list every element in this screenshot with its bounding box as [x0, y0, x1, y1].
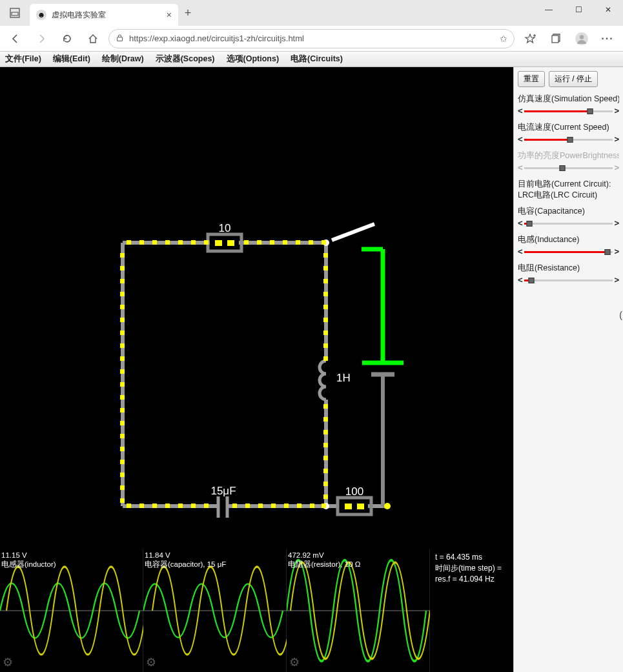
- sim-speed-slider[interactable]: 仿真速度(Simulation Speed) < >: [518, 94, 619, 116]
- svg-rect-58: [120, 369, 125, 374]
- chevron-left-icon[interactable]: <: [518, 106, 523, 116]
- resistance-slider[interactable]: 电阻(Resistance) < >: [518, 263, 619, 285]
- svg-point-7: [580, 35, 584, 39]
- svg-rect-57: [120, 356, 125, 361]
- scope3-name: 电阻器(resistor), 10 Ω: [288, 560, 360, 568]
- sidebar: 重置 运行 / 停止 仿真速度(Simulation Speed) < > 电流…: [513, 67, 623, 672]
- collections-icon[interactable]: [546, 28, 566, 49]
- current-speed-slider[interactable]: 电流速度(Current Speed) < >: [518, 122, 619, 144]
- svg-rect-41: [204, 240, 209, 245]
- svg-rect-67: [120, 485, 125, 490]
- svg-rect-78: [258, 504, 263, 508]
- svg-rect-77: [245, 504, 250, 508]
- svg-rect-92: [323, 356, 328, 361]
- chevron-left-icon[interactable]: <: [518, 134, 523, 144]
- home-button[interactable]: [83, 28, 103, 49]
- more-icon[interactable]: ···: [597, 28, 618, 49]
- circuit-diagram: 10 1H 15μF 100: [0, 67, 513, 551]
- svg-rect-20: [338, 498, 371, 514]
- svg-rect-52: [120, 292, 125, 296]
- scope2-name: 电容器(capacitor), 15 μF: [145, 560, 226, 568]
- chevron-right-icon[interactable]: >: [614, 247, 619, 256]
- reader-icon[interactable]: ✩: [500, 34, 507, 44]
- scope1-value: 11.15 V: [1, 551, 27, 559]
- chevron-right-icon[interactable]: >: [614, 275, 619, 285]
- chevron-left-icon[interactable]: <: [518, 247, 523, 256]
- svg-rect-60: [120, 395, 125, 400]
- gear-icon[interactable]: ⚙: [289, 655, 300, 669]
- menu-edit[interactable]: 编辑(Edit): [53, 54, 90, 65]
- capacitance-slider[interactable]: 电容(Capacitance) < >: [518, 206, 619, 228]
- address-bar: https://exp.xiaogd.net/circuitjs1-zh/cir…: [0, 26, 623, 52]
- chevron-left-icon[interactable]: <: [518, 218, 523, 228]
- reset-button[interactable]: 重置: [518, 71, 545, 87]
- svg-rect-54: [120, 318, 125, 322]
- clipped-paren: (: [619, 310, 622, 320]
- svg-rect-55: [120, 331, 125, 335]
- svg-rect-70: [139, 504, 144, 508]
- maximize-icon[interactable]: ☐: [564, 0, 593, 19]
- inductance-slider[interactable]: 电感(Inductance) < >: [518, 234, 619, 256]
- svg-rect-72: [165, 504, 170, 508]
- svg-rect-38: [165, 240, 170, 245]
- close-tab-icon[interactable]: ×: [167, 10, 172, 20]
- profile-icon[interactable]: [571, 28, 592, 49]
- favorites-icon[interactable]: [520, 28, 540, 49]
- gear-icon[interactable]: ⚙: [146, 655, 156, 669]
- svg-rect-2: [117, 37, 123, 41]
- svg-rect-81: [297, 504, 301, 508]
- svg-rect-40: [191, 240, 196, 245]
- svg-rect-37: [152, 240, 157, 245]
- scope2-value: 11.84 V: [145, 551, 170, 559]
- svg-rect-100: [323, 494, 328, 499]
- svg-rect-97: [323, 456, 328, 460]
- gear-icon[interactable]: ⚙: [3, 655, 13, 669]
- forward-button: [31, 28, 52, 49]
- chevron-right-icon[interactable]: >: [614, 218, 619, 228]
- menu-file[interactable]: 文件(File): [5, 54, 41, 65]
- circuit-canvas[interactable]: 10 1H 15μF 100 11.15 V电感器(inductor) ⚙ 11…: [0, 67, 513, 672]
- svg-rect-46: [296, 240, 300, 245]
- svg-rect-69: [127, 504, 131, 508]
- scope-inductor[interactable]: 11.15 V电感器(inductor) ⚙: [0, 549, 143, 672]
- svg-rect-76: [232, 504, 237, 508]
- chevron-right-icon[interactable]: >: [614, 134, 619, 144]
- current-circuit-name: LRC电路(LRC Circuit): [518, 190, 619, 201]
- scope3-value: 472.92 mV: [288, 551, 324, 559]
- svg-rect-59: [120, 382, 125, 387]
- menu-circuits[interactable]: 电路(Circuits): [291, 54, 343, 65]
- svg-rect-73: [178, 504, 183, 508]
- stat-step: 时间步(time step) =: [435, 563, 502, 574]
- chevron-left-icon[interactable]: <: [518, 275, 523, 285]
- svg-rect-50: [120, 266, 125, 270]
- svg-rect-44: [270, 240, 274, 245]
- svg-rect-47: [309, 240, 313, 245]
- tab-actions-icon[interactable]: [0, 0, 30, 26]
- svg-rect-18: [215, 240, 222, 246]
- refresh-button[interactable]: [57, 28, 77, 49]
- close-window-icon[interactable]: ✕: [593, 0, 623, 19]
- back-button[interactable]: [5, 28, 26, 49]
- browser-tab[interactable]: ☻ 虚拟电路实验室 ×: [30, 4, 178, 26]
- svg-rect-22: [357, 504, 364, 509]
- scope-resistor[interactable]: 472.92 mV电阻器(resistor), 10 Ω ⚙: [287, 549, 430, 672]
- chevron-right-icon: >: [614, 163, 619, 172]
- svg-rect-86: [323, 279, 328, 283]
- svg-line-26: [332, 224, 374, 240]
- url-text: https://exp.xiaogd.net/circuitjs1-zh/cir…: [129, 34, 495, 43]
- brightness-slider: 功率的亮度PowerBrightness < >: [518, 150, 619, 172]
- svg-text:15μF: 15μF: [210, 485, 236, 497]
- scope-stats: t = 64.435 ms 时间步(time step) = res.f = 4…: [430, 549, 513, 672]
- minimize-icon[interactable]: ―: [534, 0, 564, 19]
- svg-rect-95: [323, 430, 328, 434]
- run-stop-button[interactable]: 运行 / 停止: [549, 71, 598, 87]
- chevron-right-icon[interactable]: >: [614, 106, 619, 116]
- svg-rect-63: [120, 434, 125, 438]
- scope-capacitor[interactable]: 11.84 V电容器(capacitor), 15 μF ⚙: [143, 549, 287, 672]
- favicon-icon: ☻: [36, 10, 46, 20]
- menu-scopes[interactable]: 示波器(Scopes): [156, 54, 215, 65]
- new-tab-button[interactable]: +: [178, 6, 198, 20]
- menu-draw[interactable]: 绘制(Draw): [102, 54, 144, 65]
- url-field[interactable]: https://exp.xiaogd.net/circuitjs1-zh/cir…: [108, 29, 515, 48]
- menu-options[interactable]: 选项(Options): [227, 54, 280, 65]
